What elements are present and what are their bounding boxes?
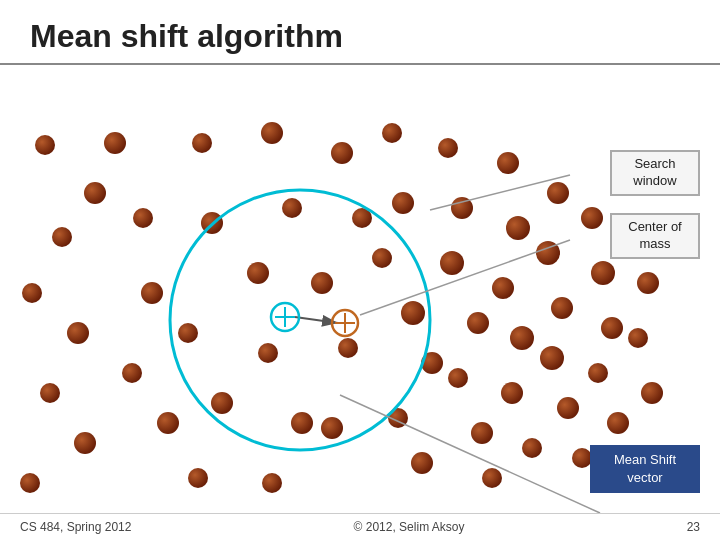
data-dot <box>178 323 198 343</box>
data-dot <box>84 182 106 204</box>
search-window-circle <box>170 190 430 450</box>
data-dot <box>448 368 468 388</box>
data-dot <box>261 122 283 144</box>
data-dot <box>262 473 282 493</box>
title-area: Mean shift algorithm <box>0 0 720 65</box>
footer-center: © 2012, Selim Aksoy <box>354 520 465 534</box>
data-dot <box>492 277 514 299</box>
data-dot <box>401 301 425 325</box>
data-dot <box>321 417 343 439</box>
data-dot <box>506 216 530 240</box>
data-dot <box>157 412 179 434</box>
data-dot <box>331 142 353 164</box>
data-dot <box>258 343 278 363</box>
data-dot <box>291 412 313 434</box>
slide-title: Mean shift algorithm <box>30 18 690 55</box>
data-dot <box>104 132 126 154</box>
data-dot <box>247 262 269 284</box>
data-dot <box>641 382 663 404</box>
data-dot <box>551 297 573 319</box>
data-dot <box>372 248 392 268</box>
data-dot <box>52 227 72 247</box>
data-dot <box>74 432 96 454</box>
footer: CS 484, Spring 2012 © 2012, Selim Aksoy … <box>0 513 720 540</box>
data-dot <box>601 317 623 339</box>
data-dot <box>588 363 608 383</box>
crosshair-center-of-mass <box>332 310 358 336</box>
data-dot <box>467 312 489 334</box>
data-dot <box>141 282 163 304</box>
data-dot <box>392 192 414 214</box>
data-dot <box>540 346 564 370</box>
data-dot <box>482 468 502 488</box>
data-dot <box>591 261 615 285</box>
footer-page-number: 23 <box>687 520 700 534</box>
data-dot <box>628 328 648 348</box>
data-dot <box>438 138 458 158</box>
data-dot <box>497 152 519 174</box>
data-dot <box>581 207 603 229</box>
data-dot <box>67 322 89 344</box>
data-dot <box>440 251 464 275</box>
data-dot <box>192 133 212 153</box>
data-dot <box>40 383 60 403</box>
slide: Mean shift algorithm <box>0 0 720 540</box>
data-dot <box>547 182 569 204</box>
search-window-label: Search window <box>610 150 700 196</box>
data-dot <box>338 338 358 358</box>
data-dot <box>411 452 433 474</box>
data-dot <box>637 272 659 294</box>
crosshair-cyan <box>271 303 299 331</box>
data-dot <box>557 397 579 419</box>
data-dot <box>133 208 153 228</box>
data-dot <box>188 468 208 488</box>
data-dot <box>282 198 302 218</box>
center-of-mass-label: Center of mass <box>610 213 700 259</box>
data-dot <box>122 363 142 383</box>
data-dot <box>471 422 493 444</box>
data-dot <box>22 283 42 303</box>
data-dot <box>510 326 534 350</box>
data-dot <box>35 135 55 155</box>
footer-left: CS 484, Spring 2012 <box>20 520 131 534</box>
data-dot <box>522 438 542 458</box>
content-area: Search window Center of mass Mean Shift … <box>0 65 720 525</box>
data-dot <box>607 412 629 434</box>
data-dot <box>311 272 333 294</box>
data-dot <box>572 448 592 468</box>
data-dot <box>20 473 40 493</box>
data-dot <box>211 392 233 414</box>
data-dot <box>382 123 402 143</box>
mean-shift-vector-label: Mean Shift vector <box>590 445 700 493</box>
center-of-mass-annotation-line <box>360 240 570 315</box>
data-dot <box>501 382 523 404</box>
